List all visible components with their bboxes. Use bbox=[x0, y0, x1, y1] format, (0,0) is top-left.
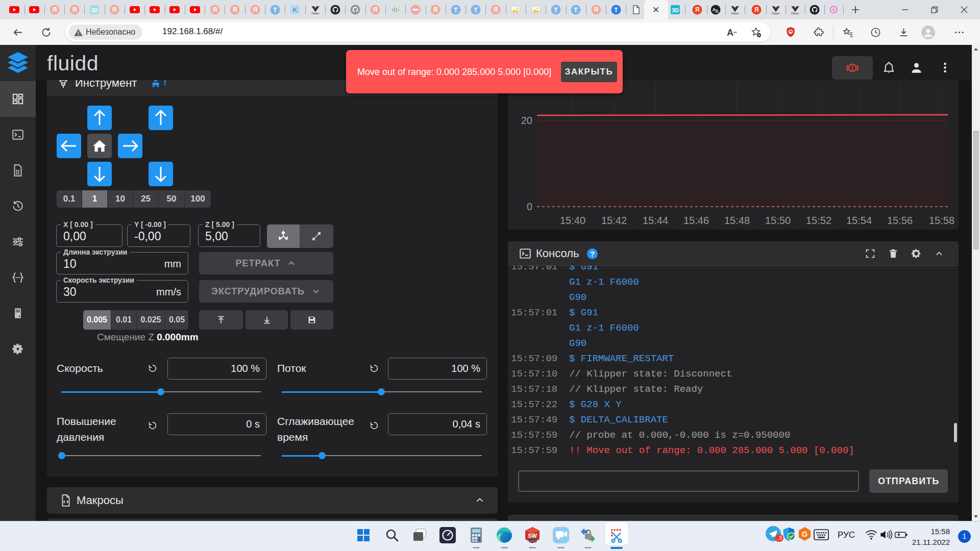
svg-text:15:48: 15:48 bbox=[724, 215, 750, 226]
svg-text:15:44: 15:44 bbox=[643, 215, 668, 226]
svg-text:SW: SW bbox=[528, 533, 537, 539]
svg-text:15:40: 15:40 bbox=[560, 215, 585, 226]
svg-text:G: G bbox=[802, 530, 807, 538]
svg-text:15:46: 15:46 bbox=[683, 215, 709, 226]
svg-text:20: 20 bbox=[521, 115, 532, 126]
svg-text:15:42: 15:42 bbox=[601, 215, 627, 226]
svg-text:0: 0 bbox=[527, 201, 532, 212]
svg-text:15:52: 15:52 bbox=[806, 215, 831, 226]
svg-text:2022: 2022 bbox=[529, 539, 536, 542]
svg-text:15:58: 15:58 bbox=[929, 215, 954, 226]
svg-text:15:54: 15:54 bbox=[846, 215, 872, 226]
svg-text:15:50: 15:50 bbox=[765, 215, 791, 226]
svg-text:15:56: 15:56 bbox=[887, 215, 913, 226]
